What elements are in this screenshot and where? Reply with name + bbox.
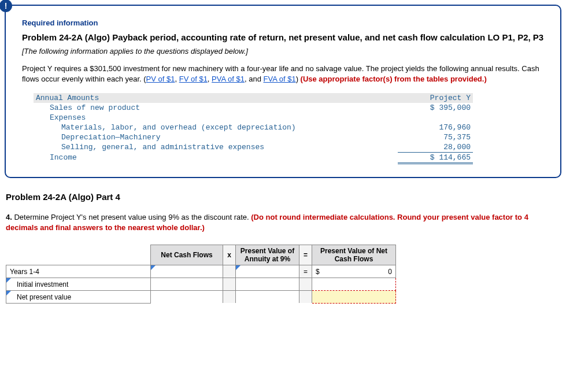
applies-note: [The following information applies to th… xyxy=(22,47,544,56)
col-pv-net: Present Value of Net Cash Flows xyxy=(312,245,396,265)
input-ncf-years[interactable] xyxy=(151,265,223,278)
col-net-cash-flows: Net Cash Flows xyxy=(151,245,223,265)
annual-amounts-table: Annual Amounts Project Y Sales of new pr… xyxy=(34,93,473,164)
col-times: x xyxy=(223,245,236,265)
table-row: Initial investment xyxy=(6,278,396,291)
required-info-panel: ! Required information Problem 24-2A (Al… xyxy=(5,5,561,178)
problem-body: Project Y requires a $301,500 investment… xyxy=(22,64,544,84)
input-pvnet-initial[interactable] xyxy=(312,278,396,291)
link-pv[interactable]: PV of $1 xyxy=(146,75,175,83)
fin-hdr-label: Annual Amounts xyxy=(34,93,398,103)
link-fv[interactable]: FV of $1 xyxy=(179,75,208,83)
row-years-label: Years 1-4 xyxy=(6,265,151,278)
fin-hdr-val: Project Y xyxy=(398,93,473,103)
link-pva[interactable]: PVA of $1 xyxy=(212,75,245,83)
fin-sales-val: $ 395,000 xyxy=(398,103,473,113)
table-row: Net present value xyxy=(6,291,396,304)
fin-expenses-label: Expenses xyxy=(34,113,398,123)
fin-income-val: $ 114,665 xyxy=(398,153,473,164)
part4-title: Problem 24-2A (Algo) Part 4 xyxy=(6,192,566,202)
npv-table: Net Cash Flows x Present Value of Annuit… xyxy=(6,245,396,304)
col-equals: = xyxy=(299,245,312,265)
question-4: 4. Determine Project Y's net present val… xyxy=(6,212,560,233)
fin-mlo-val: 176,960 xyxy=(398,123,473,132)
fin-mlo-label: Materials, labor, and overhead (except d… xyxy=(34,123,398,132)
table-row: Years 1-4 = $0 xyxy=(6,265,396,278)
col-pva: Present Value of Annuity at 9% xyxy=(236,245,299,265)
required-info-label: Required information xyxy=(22,19,544,27)
fin-income-label: Income xyxy=(34,153,398,164)
alert-icon: ! xyxy=(0,0,12,12)
output-pvnet-years: $0 xyxy=(312,265,396,278)
row-npv-label[interactable]: Net present value xyxy=(6,291,151,304)
fin-sales-label: Sales of new product xyxy=(34,103,398,113)
q-text: Determine Project Y's net present value … xyxy=(14,213,251,221)
fin-dep-val: 75,375 xyxy=(398,132,473,142)
row-initial-label[interactable]: Initial investment xyxy=(6,278,151,291)
link-fva[interactable]: FVA of $1 xyxy=(263,75,295,83)
problem-title: Problem 24-2A (Algo) Payback period, acc… xyxy=(22,32,544,43)
fin-dep-label: Depreciation—Machinery xyxy=(34,132,398,142)
input-ncf-initial[interactable] xyxy=(151,278,223,291)
input-pva-years[interactable] xyxy=(236,265,299,278)
output-npv xyxy=(312,291,396,304)
use-factors-note: (Use appropriate factor(s) from the tabl… xyxy=(301,75,487,83)
fin-sga-label: Selling, general, and administrative exp… xyxy=(34,142,398,153)
q-num: 4. xyxy=(6,213,14,221)
fin-sga-val: 28,000 xyxy=(398,142,473,153)
eq-years: = xyxy=(299,265,312,278)
